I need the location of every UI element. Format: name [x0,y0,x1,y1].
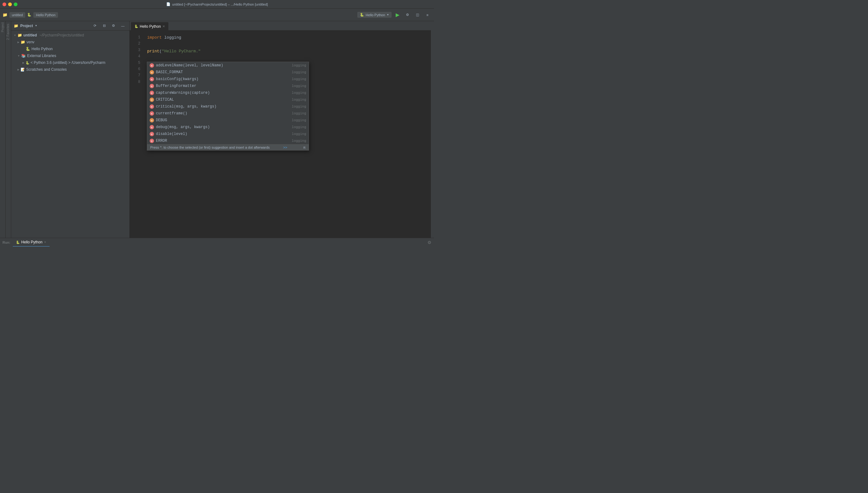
ac-source-5: logging [292,98,306,102]
tree-item-ext-libs[interactable]: ▼ 📚 External Libraries [11,52,129,59]
tree-item-hello-python[interactable]: 🐍 Hello Python [11,45,129,52]
ac-item-10[interactable]: e disable(level) logging [147,131,309,137]
settings-icon[interactable]: ⚙ [109,22,118,30]
run-tab-close-icon[interactable]: ✕ [44,241,46,244]
ac-icon-v3: v [150,118,154,123]
ac-item-2[interactable]: e basicConfig(kwargs) logging [147,76,309,83]
build-button[interactable]: ⚙ [403,11,411,19]
tree-item-venv[interactable]: ▶ 📁 venv [11,39,129,45]
run-label: Run: [2,241,10,244]
sdk-icon: 🐍 [25,61,29,65]
coverage-button[interactable]: ◫ [414,11,422,19]
sync-icon[interactable]: ⟳ [91,22,99,30]
module-logging: logging [164,34,182,41]
project-selector[interactable]: untitled [9,12,25,18]
ac-icon-v2: v [150,98,154,102]
titlebar: 📄 untitled [~/PycharmProjects/untitled] … [0,0,434,9]
ac-item-8[interactable]: v DEBUG logging [147,117,309,124]
tree-item-label-hello: Hello Python [31,47,53,51]
run-config-label: Hello Python [366,13,385,17]
tree-item-python-sdk[interactable]: ▶ 🐍 < Python 3.6 (untitled) > /Users/tom… [11,59,129,66]
ac-hint-pi: π [303,146,305,149]
ac-hint-more[interactable]: >> [283,146,287,149]
line-num-6: 6 [130,66,140,72]
ac-source-3: logging [292,84,306,88]
toolbar: 📁 untitled 🐍 Hello Python 🐍 Hello Python… [0,9,434,21]
ac-name-4: captureWarnings(capture) [156,91,290,95]
editor-scrollbar[interactable] [431,21,434,238]
ac-icon-e: e [150,63,154,68]
project-tree: ▼ 📁 untitled ~/PycharmProjects/untitled … [11,30,129,238]
code-editor[interactable]: 1 2 3 4 5 6 7 8 import logging print("He… [130,30,431,238]
minimize-button[interactable] [8,2,12,6]
scratches-icon: 📝 [21,68,25,72]
maximize-button[interactable] [14,2,18,6]
arrow-right-icon: ▶ [18,41,19,44]
project-header-icons: ⟳ ⊟ ⚙ — [91,22,127,30]
project-title: Project [20,24,33,28]
line-num-1: 1 [130,34,140,41]
project-label: untitled [12,13,23,17]
run-config-icon: 🐍 [360,13,364,17]
code-line-2 [147,41,431,48]
ac-item-7[interactable]: e currentframe() logging [147,110,309,117]
hello-python-icon: 🐍 [27,13,31,17]
ac-item-1[interactable]: v BASIC_FORMAT logging [147,69,309,76]
ac-item-4[interactable]: e captureWarnings(capture) logging [147,89,309,96]
run-button[interactable]: ▶ [394,11,402,19]
ac-icon-e9: e [150,139,154,143]
project-tab[interactable]: Project [0,21,5,33]
editor-tab-hello-python[interactable]: 🐍 Hello Python ✕ [131,22,168,30]
tree-item-scratches[interactable]: ▶ 📝 Scratches and Consoles [11,66,129,73]
lib-icon: 📚 [21,53,26,58]
ac-name-2: basicConfig(kwargs) [156,77,290,81]
ac-item-5[interactable]: v CRITICAL logging [147,96,309,103]
paren-open: ( [159,48,162,55]
ac-item-0[interactable]: e addLevelName(level, levelName) logging [147,62,309,69]
favorites-label[interactable]: 2: Favorites [6,24,10,40]
run-tab-hello-python[interactable]: 🐍 Hello Python ✕ [13,238,49,246]
ac-icon-e8: e [150,132,154,136]
folder-icon: 📁 [18,33,22,37]
chevron-down-icon: ▼ [387,14,389,16]
tree-item-label-sdk: < Python 3.6 (untitled) > /Users/tom/Pyc… [30,61,105,65]
run-configuration[interactable]: 🐍 Hello Python ▼ [357,12,391,18]
bottom-tabs: Run: 🐍 Hello Python ✕ ⚙ [0,238,434,246]
autocomplete-popup: e addLevelName(level, levelName) logging… [147,62,309,151]
folder-icon: 📁 [14,24,18,28]
bottom-panel: Run: 🐍 Hello Python ✕ ⚙ ▶ ■ ⏸ ▲ ▼ ↵ 🖨 🗑 … [0,238,434,246]
editor-tab-label: Hello Python [140,24,161,29]
profile-button[interactable]: ≡ [423,11,431,19]
ac-name-6: critical(msg, args, kwargs) [156,104,290,109]
run-settings-icon[interactable]: ⚙ [427,240,431,245]
ac-item-11[interactable]: e ERROR logging [147,137,309,144]
ac-name-1: BASIC_FORMAT [156,70,290,74]
collapse-all-icon[interactable]: ⊟ [100,22,108,30]
python-file-icon: 🐍 [25,47,30,51]
line-num-5: 5 [130,60,140,66]
hide-icon[interactable]: — [119,22,127,30]
ac-item-9[interactable]: e debug(msg, args, kwargs) logging [147,124,309,131]
arrow-down-icon: ▼ [18,55,20,57]
tab-close-icon[interactable]: ✕ [163,25,165,28]
file-selector[interactable]: Hello Python [34,12,58,18]
ac-source-8: logging [292,119,306,122]
ac-source-10: logging [292,132,306,136]
ac-item-3[interactable]: e BufferingFormatter logging [147,83,309,89]
editor-area: 🐍 Hello Python ✕ 1 2 3 4 5 6 7 8 [130,21,431,238]
ac-name-5: CRITICAL [156,98,290,102]
window-title: 📄 untitled [~/PycharmProjects/untitled] … [166,2,268,6]
ac-icon-e5: e [150,104,154,109]
tree-item-path-root: ~/PycharmProjects/untitled [39,33,84,37]
ac-source-2: logging [292,77,306,81]
tree-item-root[interactable]: ▼ 📁 untitled ~/PycharmProjects/untitled [11,32,129,39]
ac-source-9: logging [292,125,306,129]
python-icon: 🐍 [134,25,138,28]
close-button[interactable] [2,2,6,6]
tree-item-label-scratches: Scratches and Consoles [26,67,67,72]
main-content: Project 2: Favorites 📁 Project ▼ ⟳ ⊟ ⚙ —… [0,21,434,238]
str-hello: "Hello PyCharm." [162,48,201,55]
folder-icon: 📁 [21,40,25,44]
editor-tabs: 🐍 Hello Python ✕ [130,21,431,30]
ac-item-6[interactable]: e critical(msg, args, kwargs) logging [147,103,309,110]
